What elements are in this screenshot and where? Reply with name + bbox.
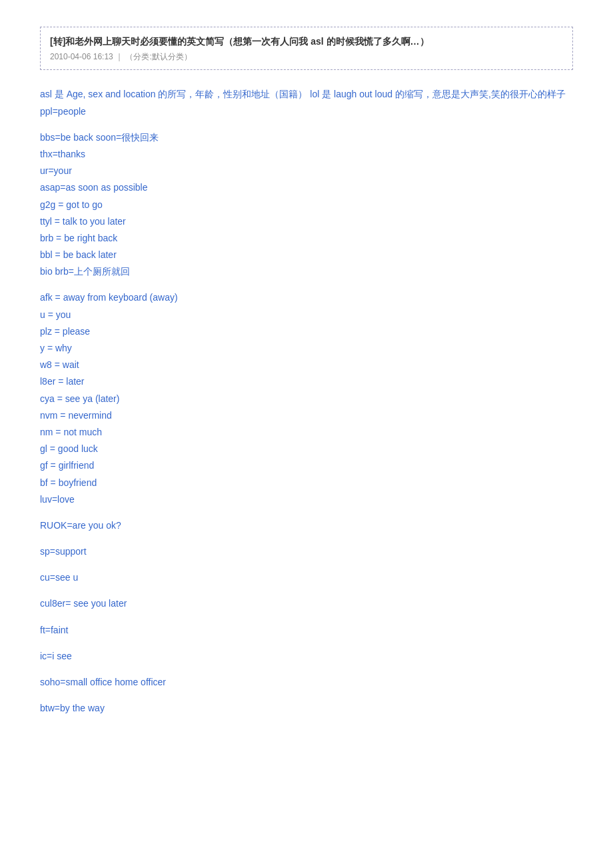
meta-separator: ｜	[115, 52, 123, 61]
abbrev-brb: brb = be right back	[40, 230, 573, 247]
intro-block: asl 是 Age, sex and location 的所写，年龄，性别和地址…	[40, 86, 573, 119]
abbrev-plz: plz = please	[40, 323, 573, 340]
abbrev-nm: nm = not much	[40, 424, 573, 441]
abbrevs-block1: bbs=be back soon=很快回来 thx=thanks ur=your…	[40, 129, 573, 281]
abbrev-bbl: bbl = be back later	[40, 247, 573, 263]
abbrev-ttyl: ttyl = talk to you later	[40, 213, 573, 230]
post-header: [转]和老外网上聊天时必须要懂的英文简写（想第一次有人问我 asl 的时候我慌了…	[40, 27, 573, 70]
abbrev-cu: cu=see u	[40, 569, 573, 586]
abbrev-gf: gf = girlfriend	[40, 457, 573, 474]
abbrev-u: u = you	[40, 307, 573, 323]
bold-asl: asl	[310, 36, 323, 47]
abbrev-luv: luv=love	[40, 491, 573, 508]
abbrev-thx: thx=thanks	[40, 146, 573, 163]
abbrev-afk: afk = away from keyboard (away)	[40, 289, 573, 306]
abbrev-g2g: g2g = got to go	[40, 197, 573, 213]
intro-line1: asl 是 Age, sex and location 的所写，年龄，性别和地址…	[40, 89, 566, 99]
abbrev-bf: bf = boyfriend	[40, 475, 573, 491]
abbrev-w8: w8 = wait	[40, 357, 573, 373]
abbrev-y: y = why	[40, 340, 573, 357]
abbrev-ic: ic=i see	[40, 648, 573, 665]
abbrev-ft: ft=faint	[40, 622, 573, 639]
abbrev-ur: ur=your	[40, 163, 573, 179]
abbrev-btw: btw=by the way	[40, 700, 573, 717]
abbrev-gl: gl = good luck	[40, 441, 573, 457]
abbrev-l8er: l8er = later	[40, 373, 573, 390]
abbrev-nvm: nvm = nevermind	[40, 407, 573, 424]
abbrev-soho: soho=small office home officer	[40, 674, 573, 691]
abbrevs-block2: afk = away from keyboard (away) u = you …	[40, 289, 573, 507]
page-container: [转]和老外网上聊天时必须要懂的英文简写（想第一次有人问我 asl 的时候我慌了…	[20, 13, 593, 733]
post-category: （分类:默认分类）	[125, 52, 191, 61]
abbrev-ruok: RUOK=are you ok?	[40, 517, 573, 534]
abbrev-asap: asap=as soon as possible	[40, 179, 573, 196]
intro-ppl: ppl=people	[40, 106, 86, 117]
abbrev-cul8er: cul8er= see you later	[40, 595, 573, 612]
post-date: 2010-04-06 16:13	[50, 52, 113, 61]
post-title: [转]和老外网上聊天时必须要懂的英文简写（想第一次有人问我 asl 的时候我慌了…	[50, 34, 563, 49]
abbrev-bio-brb: bio brb=上个厕所就回	[40, 263, 573, 280]
post-meta: 2010-04-06 16:13 ｜ （分类:默认分类）	[50, 51, 563, 63]
abbrev-bbs: bbs=be back soon=很快回来	[40, 129, 573, 146]
post-content: asl 是 Age, sex and location 的所写，年龄，性别和地址…	[40, 83, 573, 719]
abbrev-cya: cya = see ya (later)	[40, 391, 573, 407]
abbrev-sp: sp=support	[40, 543, 573, 560]
